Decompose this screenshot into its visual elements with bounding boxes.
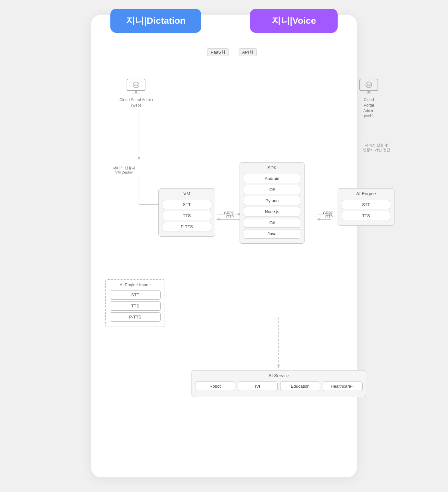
svg-point-19: [133, 82, 139, 88]
sdk-box: SDK Android iOS Python Node.js C# Java: [240, 162, 305, 244]
svg-rect-20: [135, 91, 137, 93]
paas-label: PaaS형: [207, 48, 229, 56]
grpc-http-left-label: GRPCHTTP: [219, 211, 239, 219]
diagram: PaaS형 API형 Cloud Portal Admin(web) 서비스 신…: [91, 39, 357, 461]
sdk-ios: iOS: [244, 185, 300, 194]
ai-service-ivi: IVI: [238, 382, 278, 391]
svg-rect-24: [367, 91, 370, 93]
sdk-box-title: SDK: [240, 162, 304, 172]
svg-marker-2: [138, 157, 140, 160]
vm-box: VM STT TTS P-TTS: [158, 188, 215, 237]
service-vm-label: 서비스 신청시VM Deploy: [108, 165, 140, 174]
svg-rect-18: [127, 79, 145, 91]
left-monitor: Cloud Portal Admin(web): [119, 78, 153, 108]
ai-engine-image-box: AI Engine Image STT TTS P-TTS: [105, 279, 165, 327]
ai-service-box: AI Service Robot IVI Education Healthcar…: [192, 370, 366, 397]
badge-voice: 지니|Voice: [250, 9, 338, 33]
api-label: API형: [239, 48, 257, 56]
vm-tts: TTS: [163, 211, 211, 220]
main-card: 지니|Dictation 지니|Voice: [91, 15, 357, 477]
ai-engine-title: AI Engine: [338, 188, 394, 198]
ai-service-title: AI Service: [192, 370, 366, 380]
service-cert-label: 서비스 신청 후인증키 기반 접근: [357, 143, 396, 152]
badge-dictation: 지니|Dictation: [110, 9, 201, 33]
sdk-nodejs: Node.js: [244, 207, 300, 216]
ai-service-robot: Robot: [195, 382, 235, 391]
ai-engine-image-title: AI Engine Image: [106, 280, 165, 289]
sdk-java: Java: [244, 229, 300, 239]
ai-image-ptts: P-TTS: [110, 312, 161, 322]
ai-image-stt: STT: [110, 290, 161, 300]
sdk-csharp: C#: [244, 218, 300, 227]
ai-service-healthcare: Healthcare···: [323, 382, 363, 391]
grpc-http-right-label: GRPCHTTP: [318, 211, 338, 219]
svg-point-23: [366, 82, 372, 88]
ai-engine-stt: STT: [342, 200, 390, 209]
svg-marker-17: [277, 365, 280, 368]
ai-engine-tts: TTS: [342, 211, 390, 220]
ai-image-tts: TTS: [110, 301, 161, 311]
ai-engine-box: AI Engine STT TTS: [338, 188, 394, 226]
vm-ptts: P-TTS: [163, 222, 211, 231]
sdk-python: Python: [244, 196, 300, 205]
sdk-android: Android: [244, 174, 300, 183]
ai-service-education: Education: [280, 382, 320, 391]
right-monitor-label: Cloud Portal Admin(web): [358, 97, 379, 119]
right-monitor: Cloud Portal Admin(web): [358, 78, 379, 119]
vm-box-title: VM: [159, 188, 215, 198]
left-monitor-label: Cloud Portal Admin(web): [119, 97, 153, 108]
vm-stt: STT: [163, 200, 211, 209]
svg-rect-22: [360, 79, 378, 91]
